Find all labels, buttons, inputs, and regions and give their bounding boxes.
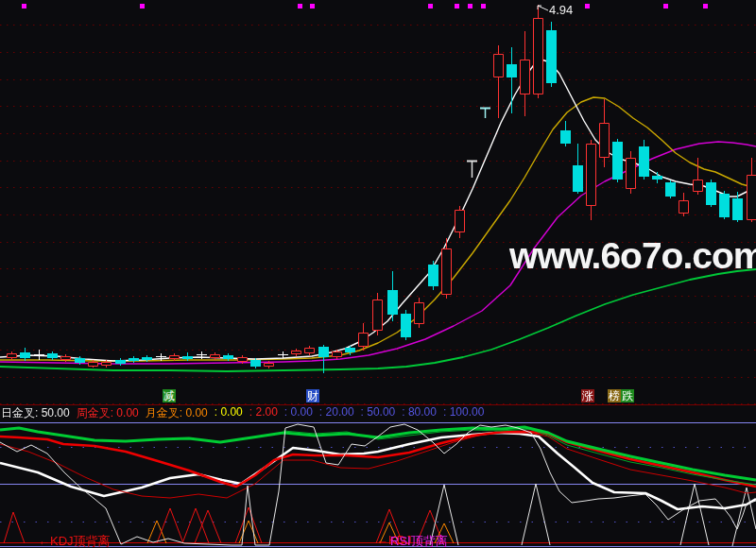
kdj-top-divergence-label: ←KDJ顶背离 (38, 533, 111, 548)
chart-marker-4: 跌 (621, 389, 634, 402)
stock-chart-window: www.6o7o.com 4.94 减财涨榜跌 日金叉: 50.00周金叉: 0… (0, 0, 756, 548)
peak-price-label: 4.94 (549, 3, 573, 17)
chart-marker-0: 减 (163, 389, 176, 402)
param-item-5: : 0.00 (284, 405, 313, 421)
watermark: www.6o7o.com (509, 235, 756, 277)
chart-marker-1: 财 (306, 389, 319, 402)
param-item-8: : 80.00 (402, 405, 437, 421)
indicator-parameter-row: 日金叉: 50.00周金叉: 0.00月金叉: 0.00: 0.00: 2.00… (1, 405, 484, 421)
param-item-4: : 2.00 (249, 405, 278, 421)
chart-marker-3: 榜 (608, 389, 621, 402)
rsi-top-divergence-label: RSI顶背离 (390, 533, 448, 548)
param-item-2: 月金叉: 0.00 (146, 405, 208, 421)
param-item-0: 日金叉: 50.00 (1, 405, 70, 421)
param-item-9: : 100.00 (443, 405, 484, 421)
param-item-1: 周金叉: 0.00 (77, 405, 139, 421)
param-item-6: : 20.00 (319, 405, 354, 421)
param-item-3: : 0.00 (215, 405, 243, 421)
chart-marker-2: 涨 (581, 389, 594, 402)
param-item-7: : 50.00 (361, 405, 396, 421)
